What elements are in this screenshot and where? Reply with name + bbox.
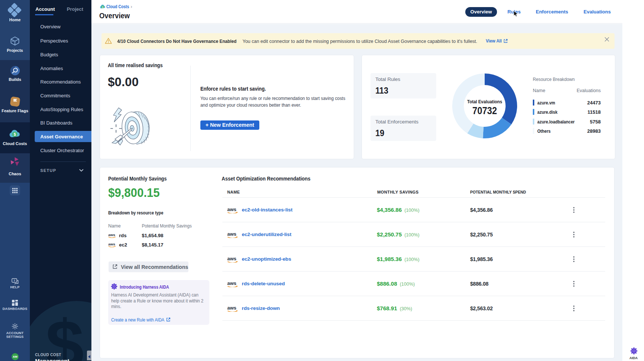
svg-text:?: ? — [13, 279, 15, 282]
svg-text:aws: aws — [108, 242, 115, 246]
svg-text:aws: aws — [108, 233, 115, 237]
svg-text:$: $ — [102, 6, 103, 8]
svg-text:$: $ — [13, 132, 16, 136]
